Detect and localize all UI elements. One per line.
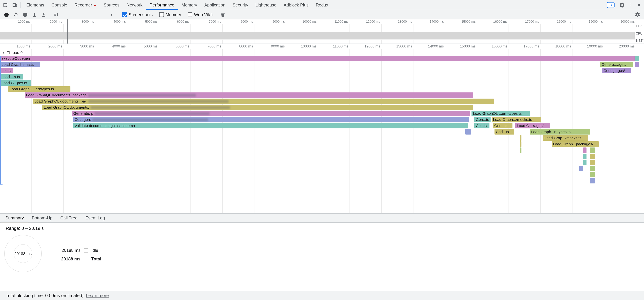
tab-redux[interactable]: Redux [312,0,332,10]
flame-event[interactable] [580,166,583,171]
fps-lane-label: FPS [636,24,643,28]
flame-event-load-graph-packages[interactable]: Load Graph...packages/ [552,141,599,147]
flame-event-co-ts[interactable]: Co...ts [474,123,490,128]
issues-counter[interactable]: 3 [607,2,614,8]
summary-legend: 20188 msIdle20188 msTotal [60,248,101,261]
tab-label: Network [127,2,142,7]
close-devtools-button[interactable]: × [636,2,642,8]
timeline-overview[interactable]: 1000 ms2000 ms3000 ms4000 ms5000 ms6000 … [0,20,644,44]
flame-event-codegen[interactable]: Codegen: [73,117,469,122]
ruler-tick: 13000 ms [398,20,412,23]
settings-button[interactable] [618,1,627,9]
flame-event[interactable] [590,166,595,171]
tab-elements[interactable]: Elements [23,0,48,10]
ruler-tick: 9000 ms [272,20,285,23]
checkbox-screenshots[interactable]: Screenshots [122,12,152,17]
flame-event[interactable] [590,178,595,183]
tab-adblock-plus[interactable]: Adblock Plus [280,0,312,10]
history-dropdown[interactable]: #1 ▼ [52,12,115,17]
flame-event[interactable] [590,154,595,159]
gear-icon [619,2,625,8]
clear-recording-button[interactable] [21,11,30,19]
selection-bracket-handle[interactable] [0,56,3,185]
flame-event-load-gra-hema-ts[interactable]: Load Gra...hema.ts [0,62,40,67]
flame-event-gen-ts[interactable]: Gen...ts [493,123,513,128]
flame-event[interactable] [635,62,639,67]
ruler-tick: 17000 ms [525,20,539,23]
tab-label: Recorder [74,2,92,7]
flame-event-load-graph-n-types-ts[interactable]: Load Graph...n-types.ts [530,129,590,135]
flame-event-load-g-pes-ts[interactable]: Load G...pes.ts [0,80,31,86]
tab-event-log[interactable]: Event Log [82,214,109,222]
flame-event[interactable] [466,129,471,135]
flame-event-load-graphql-documents[interactable]: Load GraphQL documents: [42,105,473,110]
tab-network[interactable]: Network [123,0,146,10]
flame-event-label: Load Gra...hema.ts [2,62,34,67]
flame-event-load-grap-mocks-ts[interactable]: Load Grap.../mocks.ts [543,135,588,141]
flame-event-cod-ts[interactable]: Cod...ts [494,129,514,135]
overview-lanes[interactable] [0,24,644,44]
checkbox-box [122,12,127,17]
tab-application[interactable]: Application [201,0,229,10]
save-profile-button[interactable] [40,11,48,19]
flame-event-load-graphql-urn-types-ts[interactable]: Load GraphQL ...urn-types.ts [472,111,530,116]
capture-settings-button[interactable] [633,11,642,19]
load-profile-button[interactable] [30,11,39,19]
tab-sources[interactable]: Sources [100,0,123,10]
flame-event-codeg-ges[interactable]: Codeg...ges/ [602,68,631,73]
overview-ruler: 1000 ms2000 ms3000 ms4000 ms5000 ms6000 … [0,20,644,24]
flame-event[interactable] [583,147,586,153]
flame-event-load-graphq-ed-types-ts[interactable]: Load GraphQ...ed/types.ts [8,86,70,92]
tab-bottom-up[interactable]: Bottom-Up [28,214,56,222]
device-toolbar-button[interactable] [10,1,20,9]
devtools-window: ElementsConsoleRecorder▲SourcesNetworkPe… [0,0,644,300]
tab-security[interactable]: Security [229,0,252,10]
flame-event[interactable] [635,56,639,61]
flame-event-label: Gen...ts [494,123,508,128]
flame-event[interactable] [590,147,595,153]
flame-event[interactable] [583,154,586,159]
flame-event-load-graph-mocks-ts[interactable]: Load Graph.../mocks.ts [492,117,542,122]
inspect-element-button[interactable] [1,1,10,9]
flame-event[interactable] [583,160,586,165]
tab-recorder[interactable]: Recorder▲ [71,0,100,10]
thread-group-header[interactable]: ▼ Thread 0 [2,50,23,55]
recorder-warning-icon: ▲ [94,4,96,6]
flame-event-label: Load GraphQL documents: pac [34,99,87,104]
record-button[interactable] [2,11,11,19]
tab-console[interactable]: Console [48,0,71,10]
gear-icon [635,12,640,18]
flame-event-load-s-ts[interactable]: Load ...s.ts [0,74,23,80]
tab-memory[interactable]: Memory [178,0,201,10]
flamechart-canvas[interactable]: ▼ Thread 0 executeCodegenLoad Gra...hema… [0,49,644,213]
flame-event-validate-documents-against-schema[interactable]: Validate documents against schema [73,123,468,128]
checkbox-memory[interactable]: Memory [159,12,181,17]
ruler-tick: 10000 ms [301,44,316,48]
tab-lighthouse[interactable]: Lighthouse [252,0,280,10]
flame-event-load-graphql-documents-package[interactable]: Load GraphQL documents: package [24,92,473,98]
flame-event[interactable] [520,135,521,141]
flame-event[interactable] [590,160,595,165]
more-options-button[interactable]: ⋮ [628,2,635,8]
flame-event[interactable] [520,141,521,147]
flame-event-genera-ages[interactable]: Genera...ages/ [600,62,633,67]
checkbox-web-vitals[interactable]: Web Vitals [188,12,214,17]
ruler-tick: 4000 ms [114,20,126,23]
tabbar-right-icons: 3 ⋮ × [607,0,644,10]
tab-performance[interactable]: Performance [146,0,178,10]
flame-event-load-graphql-documents-pac[interactable]: Load GraphQL documents: pac [33,99,494,104]
legend-label: Idle [91,248,101,253]
flame-event[interactable] [590,172,595,177]
flame-event-gen-ts[interactable]: Gen...ts [474,117,490,122]
delete-recording-button[interactable] [218,11,227,19]
learn-more-link[interactable]: Learn more [86,293,109,298]
record-and-reload-button[interactable] [12,11,20,19]
overview-lane-labels: FPS CPU NET [635,24,643,43]
tab-call-tree[interactable]: Call Tree [56,214,82,222]
flame-event-load-g-kages[interactable]: Load G...kages/ [515,123,550,128]
flamechart-ruler: 1000 ms2000 ms3000 ms4000 ms5000 ms6000 … [0,44,644,49]
tab-summary[interactable]: Summary [2,214,28,222]
flame-event-generate-p[interactable]: Generate: p [72,111,470,116]
flame-event-executecodegen[interactable]: executeCodegen [0,56,634,61]
flame-event[interactable] [520,147,521,153]
